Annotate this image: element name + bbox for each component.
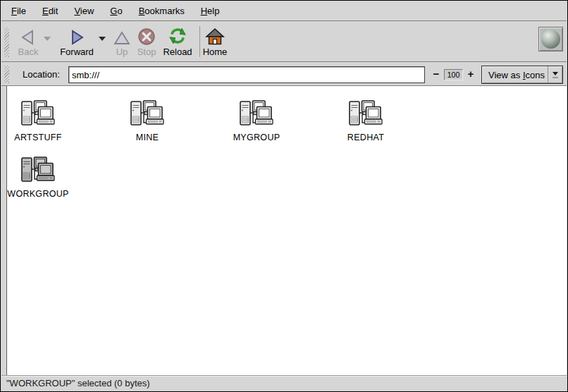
up-triangle-icon xyxy=(109,25,135,46)
menu-edit[interactable]: Edit xyxy=(39,4,61,18)
status-bar: "WORKGROUP" selected (0 bytes) xyxy=(1,375,567,391)
throbber xyxy=(538,27,563,51)
item-label: MINE xyxy=(101,133,193,142)
item-label: WORKGROUP xyxy=(0,189,84,199)
file-item-workgroup[interactable]: WORKGROUP xyxy=(0,156,84,199)
toolbar-grip[interactable] xyxy=(4,27,9,57)
location-input[interactable] xyxy=(68,66,425,83)
forward-triangle-icon xyxy=(56,25,97,46)
up-button: Up xyxy=(109,25,135,57)
home-icon xyxy=(199,25,230,46)
zoom-level: 100 xyxy=(444,69,463,80)
back-history-dropdown xyxy=(42,36,52,43)
zoom-out-button[interactable]: − xyxy=(431,67,442,81)
menu-view[interactable]: View xyxy=(70,4,97,18)
zoom-in-button[interactable]: + xyxy=(465,67,476,81)
stop-icon xyxy=(132,25,161,46)
menu-file[interactable]: File xyxy=(8,4,30,18)
network-workgroup-icon xyxy=(101,99,193,132)
location-label: Location: xyxy=(23,69,60,80)
menu-bookmarks[interactable]: Bookmarks xyxy=(135,4,188,18)
locationbar-grip[interactable] xyxy=(4,66,9,83)
chevron-down-icon xyxy=(99,36,106,42)
stop-button: Stop xyxy=(132,25,161,57)
triangle-down-icon xyxy=(552,72,558,75)
reload-button[interactable]: Reload xyxy=(158,25,197,57)
location-bar: Location: − 100 + View as Icons xyxy=(1,63,567,86)
menu-go[interactable]: Go xyxy=(106,4,125,18)
combo-dropdown-arrow[interactable] xyxy=(548,66,562,83)
file-item-mine[interactable]: MINE xyxy=(101,99,193,142)
forward-history-dropdown[interactable] xyxy=(97,36,107,43)
view-as-label: View as Icons xyxy=(482,70,548,80)
network-workgroup-icon xyxy=(320,99,412,132)
chevron-down-icon xyxy=(44,36,51,42)
file-item-redhat[interactable]: REDHAT xyxy=(320,99,412,142)
reload-icon xyxy=(158,25,197,46)
item-label: ARTSTUFF xyxy=(0,133,84,142)
status-text: "WORKGROUP" selected (0 bytes) xyxy=(6,378,150,388)
item-label: MYGROUP xyxy=(211,133,302,142)
menubar: File Edit View Go Bookmarks Help xyxy=(1,1,567,21)
icon-view[interactable]: ARTSTUFF MINE MYGROUP REDHAT WORKGROUP xyxy=(6,86,567,376)
home-button[interactable]: Home xyxy=(199,25,230,57)
menu-help[interactable]: Help xyxy=(197,4,223,18)
toolbar: Back Forward Up Stop xyxy=(1,22,567,62)
forward-button[interactable]: Forward xyxy=(56,25,97,57)
file-item-artstuff[interactable]: ARTSTUFF xyxy=(0,99,84,142)
network-workgroup-icon xyxy=(0,99,84,132)
back-triangle-icon xyxy=(11,25,45,46)
network-workgroup-icon xyxy=(211,99,302,132)
network-workgroup-icon xyxy=(0,156,84,188)
view-as-combo[interactable]: View as Icons xyxy=(481,66,563,84)
item-label: REDHAT xyxy=(320,133,412,142)
back-button: Back xyxy=(11,25,45,57)
globe-sphere-icon xyxy=(541,30,560,49)
file-item-mygroup[interactable]: MYGROUP xyxy=(211,99,302,142)
nautilus-window: File Edit View Go Bookmarks Help Back Fo… xyxy=(0,0,568,392)
